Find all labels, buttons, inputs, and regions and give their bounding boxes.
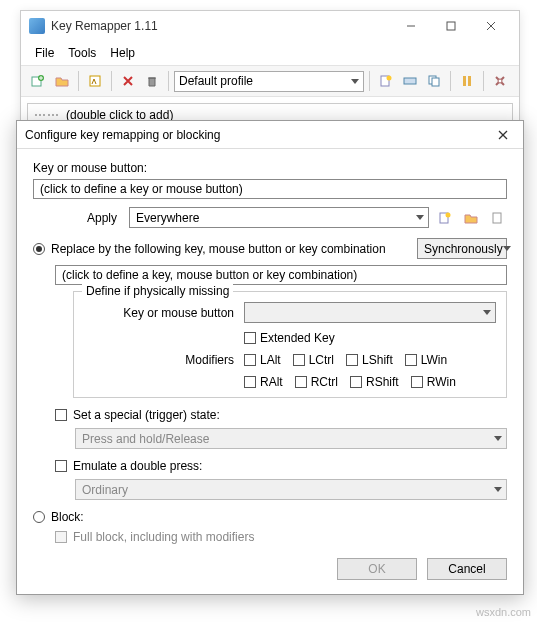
apply-browse-icon[interactable]: [461, 208, 481, 228]
lwin-checkbox[interactable]: [405, 354, 417, 366]
svg-point-8: [387, 76, 392, 81]
key-define-input[interactable]: (click to define a key or mouse button): [33, 179, 507, 199]
key-define-placeholder: (click to define a key or mouse button): [40, 182, 243, 196]
svg-rect-13: [468, 76, 471, 86]
profile-select-value: Default profile: [179, 74, 253, 88]
svg-rect-9: [404, 78, 416, 84]
main-window: Key Remapper 1.11 File Tools Help Defaul…: [20, 10, 520, 134]
trigger-checkbox[interactable]: [55, 409, 67, 421]
double-label: Emulate a double press:: [73, 459, 202, 473]
apply-add-icon[interactable]: [435, 208, 455, 228]
watermark: wsxdn.com: [476, 606, 531, 618]
ok-button[interactable]: OK: [337, 558, 417, 580]
svg-point-18: [446, 212, 451, 217]
chevron-down-icon: [494, 487, 502, 492]
double-checkbox[interactable]: [55, 460, 67, 472]
chevron-down-icon: [494, 436, 502, 441]
maximize-button[interactable]: [431, 12, 471, 40]
settings-icon[interactable]: [489, 70, 511, 92]
new-profile-icon[interactable]: [375, 70, 397, 92]
group-title: Define if physically missing: [82, 284, 233, 298]
lshift-label: LShift: [362, 353, 393, 367]
lalt-label: LAlt: [260, 353, 281, 367]
close-button[interactable]: [471, 12, 511, 40]
app-title: Key Remapper 1.11: [51, 19, 391, 33]
apply-doc-icon[interactable]: [487, 208, 507, 228]
svg-rect-12: [463, 76, 466, 86]
titlebar: Key Remapper 1.11: [21, 11, 519, 41]
minimize-button[interactable]: [391, 12, 431, 40]
rctrl-checkbox[interactable]: [295, 376, 307, 388]
ralt-label: RAlt: [260, 375, 283, 389]
svg-rect-19: [493, 213, 501, 223]
double-value: Ordinary: [82, 483, 128, 497]
physically-missing-group: Define if physically missing Key or mous…: [73, 291, 507, 398]
toolbar: Default profile: [21, 65, 519, 97]
rwin-label: RWin: [427, 375, 456, 389]
svg-rect-1: [447, 22, 455, 30]
apply-label: Apply: [33, 211, 123, 225]
rshift-checkbox[interactable]: [350, 376, 362, 388]
add-icon[interactable]: [27, 70, 49, 92]
chevron-down-icon: [483, 310, 491, 315]
sync-select[interactable]: Synchronously: [417, 238, 507, 259]
chevron-down-icon: [351, 79, 359, 84]
rename-profile-icon[interactable]: [399, 70, 421, 92]
add-folder-icon[interactable]: [51, 70, 73, 92]
lctrl-checkbox[interactable]: [293, 354, 305, 366]
profile-select[interactable]: Default profile: [174, 71, 364, 92]
dialog-close-button[interactable]: [491, 123, 515, 147]
svg-point-14: [498, 79, 502, 83]
modifiers-label: Modifiers: [84, 353, 244, 367]
separator: [450, 71, 451, 91]
trigger-value: Press and hold/Release: [82, 432, 209, 446]
chevron-down-icon: [416, 215, 424, 220]
rwin-checkbox[interactable]: [411, 376, 423, 388]
replace-radio[interactable]: [33, 243, 45, 255]
trigger-select: Press and hold/Release: [75, 428, 507, 449]
dialog-titlebar: Configure key remapping or blocking: [17, 121, 523, 149]
rshift-label: RShift: [366, 375, 399, 389]
trash-icon[interactable]: [141, 70, 163, 92]
apply-select[interactable]: Everywhere: [129, 207, 429, 228]
app-icon: [29, 18, 45, 34]
full-block-checkbox: [55, 531, 67, 543]
rctrl-label: RCtrl: [311, 375, 338, 389]
group-key-select[interactable]: [244, 302, 496, 323]
separator: [483, 71, 484, 91]
separator: [78, 71, 79, 91]
dialog-title: Configure key remapping or blocking: [25, 128, 491, 142]
dialog: Configure key remapping or blocking Key …: [16, 120, 524, 595]
ralt-checkbox[interactable]: [244, 376, 256, 388]
pause-icon[interactable]: [456, 70, 478, 92]
chevron-down-icon: [503, 246, 511, 251]
trigger-label: Set a special (trigger) state:: [73, 408, 220, 422]
extended-checkbox[interactable]: [244, 332, 256, 344]
menu-help[interactable]: Help: [104, 43, 141, 63]
edit-icon[interactable]: [84, 70, 106, 92]
lctrl-label: LCtrl: [309, 353, 334, 367]
full-block-label: Full block, including with modifiers: [73, 530, 254, 544]
extended-label: Extended Key: [260, 331, 335, 345]
key-label: Key or mouse button:: [33, 161, 507, 175]
separator: [168, 71, 169, 91]
combo-define-input[interactable]: (click to define a key, mouse button or …: [55, 265, 507, 285]
separator: [369, 71, 370, 91]
lshift-checkbox[interactable]: [346, 354, 358, 366]
copy-profile-icon[interactable]: [423, 70, 445, 92]
separator: [111, 71, 112, 91]
cancel-button[interactable]: Cancel: [427, 558, 507, 580]
combo-placeholder: (click to define a key, mouse button or …: [62, 268, 357, 282]
menu-file[interactable]: File: [29, 43, 60, 63]
block-radio[interactable]: [33, 511, 45, 523]
group-key-label: Key or mouse button: [84, 306, 244, 320]
block-label: Block:: [51, 510, 84, 524]
delete-icon[interactable]: [117, 70, 139, 92]
apply-value: Everywhere: [136, 211, 199, 225]
menu-tools[interactable]: Tools: [62, 43, 102, 63]
menubar: File Tools Help: [21, 41, 519, 65]
lwin-label: LWin: [421, 353, 447, 367]
svg-rect-11: [432, 78, 439, 86]
replace-label: Replace by the following key, mouse butt…: [51, 242, 411, 256]
lalt-checkbox[interactable]: [244, 354, 256, 366]
